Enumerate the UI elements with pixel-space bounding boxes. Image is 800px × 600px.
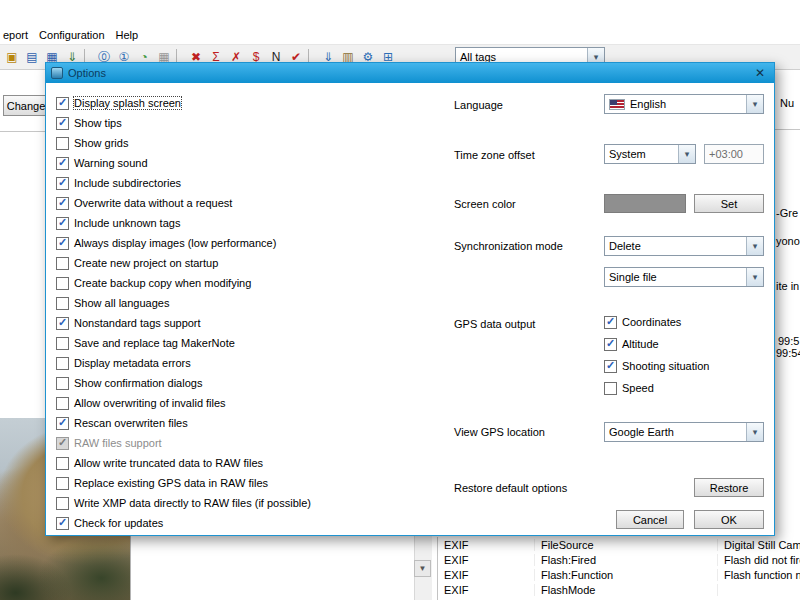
menu-item[interactable]: Help: [113, 27, 147, 43]
option-checkbox[interactable]: ✓ Nonstandard tags support: [56, 313, 311, 333]
option-checkbox[interactable]: ✓ Always display images (low performance…: [56, 233, 311, 253]
close-icon: ✕: [755, 66, 765, 80]
chevron-down-icon: ▾: [746, 237, 763, 255]
gps-option-checkbox[interactable]: ✓ Altitude: [604, 333, 709, 355]
checkbox-icon: ✓: [56, 457, 69, 470]
menu-item[interactable]: Configuration: [36, 27, 112, 43]
checkbox-icon: ✓: [56, 97, 69, 110]
close-button[interactable]: ✕: [751, 66, 769, 81]
checkbox-label: Write XMP data directly to RAW files (if…: [74, 497, 311, 509]
restore-button[interactable]: Restore: [694, 478, 764, 497]
ok-button[interactable]: OK: [694, 510, 764, 529]
option-checkbox[interactable]: ✓ Show confirmation dialogs: [56, 373, 311, 393]
exif-group-cell: EXIF: [438, 584, 535, 596]
sync-mode-select[interactable]: Delete ▾: [604, 236, 764, 256]
checkbox-icon: ✓: [604, 360, 617, 373]
checkbox-icon: ✓: [56, 157, 69, 170]
gps-output-options: ✓ Coordinates ✓ Altitude ✓ Shooting situ…: [604, 311, 709, 399]
option-checkbox[interactable]: ✓ Warning sound: [56, 153, 311, 173]
chevron-down-icon: ▾: [746, 268, 763, 286]
panel-divider: [130, 536, 131, 600]
check-icon: ✓: [58, 517, 67, 528]
exif-table-row[interactable]: EXIF FlashMode: [438, 582, 800, 597]
option-checkbox[interactable]: ✓ Create new project on startup: [56, 253, 311, 273]
check-icon: ✓: [58, 97, 67, 108]
dialog-titlebar[interactable]: Options ✕: [46, 63, 774, 83]
exif-tag-cell: Flash:Fired: [535, 554, 718, 566]
set-color-button[interactable]: Set: [694, 194, 764, 213]
timezone-offset-field[interactable]: [704, 144, 764, 164]
sync-mode-label: Synchronization mode: [454, 240, 563, 252]
sync-mode-value: Delete: [609, 240, 641, 252]
option-checkbox[interactable]: ✓ Show tips: [56, 113, 311, 133]
checkbox-icon: ✓: [604, 382, 617, 395]
check-icon: ✓: [58, 197, 67, 208]
options-dialog: Options ✕ ✓ Display splash screen ✓ Show…: [45, 62, 775, 536]
option-checkbox[interactable]: ✓ Display metadata errors: [56, 353, 311, 373]
sync-file-select[interactable]: Single file ▾: [604, 267, 764, 287]
check-icon: ✓: [58, 217, 67, 228]
restore-defaults-label: Restore default options: [454, 482, 567, 494]
gps-option-checkbox[interactable]: ✓ Shooting situation: [604, 355, 709, 377]
option-checkbox[interactable]: ✓ Save and replace tag MakerNote: [56, 333, 311, 353]
change-button[interactable]: Change: [3, 95, 49, 116]
exif-table-row[interactable]: EXIF FileSource Digital Still Came: [438, 537, 800, 552]
gps-option-checkbox[interactable]: ✓ Speed: [604, 377, 709, 399]
exif-table-row[interactable]: EXIF Flash:Fired Flash did not fire: [438, 552, 800, 567]
language-label: Language: [454, 99, 503, 111]
exif-value-cell: Digital Still Came: [718, 539, 800, 551]
truncated-text-fragment: yono: [776, 235, 800, 247]
checkbox-icon: ✓: [56, 377, 69, 390]
checkbox-label: RAW files support: [74, 437, 162, 449]
menu-item[interactable]: eport: [0, 27, 36, 43]
chevron-down-icon: ▾: [678, 145, 695, 163]
gps-view-select[interactable]: Google Earth ▾: [604, 422, 764, 442]
option-checkbox[interactable]: ✓ Check for updates: [56, 513, 311, 533]
exif-group-cell: EXIF: [438, 554, 535, 566]
option-checkbox[interactable]: ✓ Replace existing GPS data in RAW files: [56, 473, 311, 493]
option-checkbox[interactable]: ✓ Show all languages: [56, 293, 311, 313]
exif-tag-cell: FlashMode: [535, 584, 718, 596]
dialog-title: Options: [68, 67, 106, 79]
scroll-down-button[interactable]: ▼: [414, 560, 431, 577]
screen-color-label: Screen color: [454, 198, 516, 210]
timezone-label: Time zone offset: [454, 149, 535, 161]
truncated-text-fragment: Nu: [780, 97, 794, 109]
open-icon[interactable]: ▣: [2, 48, 22, 66]
exif-table-row[interactable]: EXIF Flash:Function Flash function not: [438, 567, 800, 582]
option-checkbox[interactable]: ✓ Create backup copy when modifying: [56, 273, 311, 293]
timezone-select[interactable]: System ▾: [604, 144, 696, 164]
gps-option-checkbox[interactable]: ✓ Coordinates: [604, 311, 709, 333]
language-select[interactable]: English ▾: [604, 94, 764, 114]
checkbox-label: Create backup copy when modifying: [74, 277, 251, 289]
option-checkbox[interactable]: ✓ Write XMP data directly to RAW files (…: [56, 493, 311, 513]
option-checkbox[interactable]: ✓ Display splash screen: [56, 93, 311, 113]
checkbox-icon: ✓: [56, 477, 69, 490]
checkbox-label: Check for updates: [74, 517, 163, 529]
option-checkbox[interactable]: ✓ Overwrite data without a request: [56, 193, 311, 213]
checkbox-icon: ✓: [56, 417, 69, 430]
checkbox-label: Create new project on startup: [74, 257, 218, 269]
checkbox-label: Altitude: [622, 338, 659, 350]
truncated-text-fragment: -Gre: [776, 207, 798, 219]
option-checkbox[interactable]: ✓ Include subdirectories: [56, 173, 311, 193]
option-checkbox[interactable]: ✓ Allow write truncated data to RAW file…: [56, 453, 311, 473]
checkbox-icon: ✓: [56, 237, 69, 250]
option-checkbox[interactable]: ✓ Show grids: [56, 133, 311, 153]
chevron-down-icon: ▾: [746, 423, 763, 441]
save-icon[interactable]: ▤: [22, 48, 42, 66]
checkbox-icon: ✓: [604, 338, 617, 351]
checkbox-label: Replace existing GPS data in RAW files: [74, 477, 268, 489]
option-checkbox[interactable]: ✓ Include unknown tags: [56, 213, 311, 233]
checkbox-icon: ✓: [56, 297, 69, 310]
cancel-button[interactable]: Cancel: [616, 510, 684, 529]
checkbox-icon: ✓: [56, 137, 69, 150]
truncated-text-fragment: 99:5: [778, 335, 799, 347]
truncated-text-fragment: ite in: [776, 280, 799, 292]
check-icon: ✓: [58, 177, 67, 188]
checkbox-label: Always display images (low performance): [74, 237, 276, 249]
option-checkbox[interactable]: ✓ Allow overwriting of invalid files: [56, 393, 311, 413]
option-checkbox[interactable]: ✓ RAW files support: [56, 433, 311, 453]
checkbox-label: Include subdirectories: [74, 177, 181, 189]
option-checkbox[interactable]: ✓ Rescan overwriten files: [56, 413, 311, 433]
